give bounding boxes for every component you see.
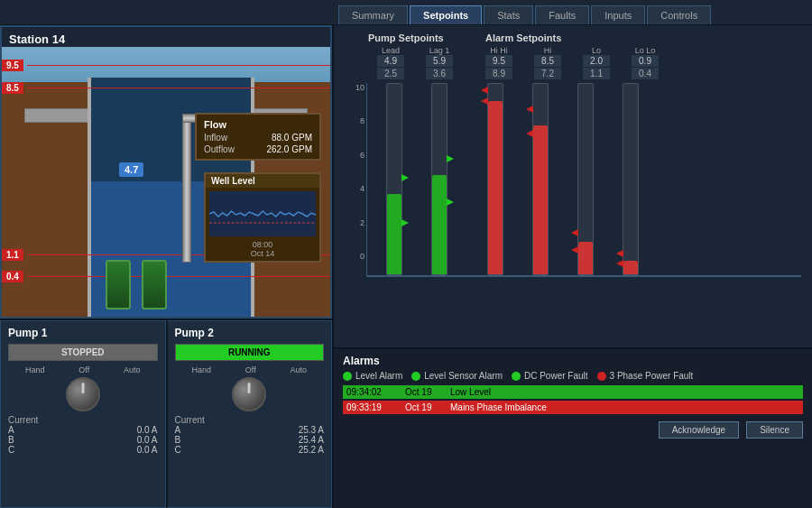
lolo-top-val: 0.9 — [632, 55, 659, 67]
tab-summary[interactable]: Summary — [338, 5, 408, 24]
level-0-4-label: 0.4 — [2, 271, 23, 282]
y-tick-6: 6 — [345, 151, 364, 160]
pump2-visual — [142, 260, 167, 309]
flow-title: Flow — [204, 119, 312, 130]
y-tick-0: 0 — [345, 252, 364, 261]
left-panel: Station 14 9.5 8.5 — [0, 25, 334, 508]
well-level-box: Well Level 08:00 Oct 14 — [204, 172, 321, 263]
alarm-section: Alarms Level Alarm Level Sensor Alarm DC… — [334, 347, 812, 508]
tab-controls[interactable]: Controls — [647, 5, 711, 24]
lolo-label: Lo Lo — [635, 46, 656, 55]
alarm-1-date: Oct 19 — [405, 402, 450, 412]
pump1-knob[interactable] — [66, 377, 100, 411]
pump2-title: Pump 2 — [175, 327, 325, 339]
hi-top-val: 8.5 — [534, 55, 561, 67]
hi-bar-track — [532, 83, 549, 275]
alarm-title: Alarms — [343, 355, 803, 367]
right-panel: Pump Setpoints Alarm Setpoints Lead 4.9 … — [334, 25, 812, 508]
hihi-bar-fill — [488, 101, 503, 274]
alarm-1-time: 09:33:19 — [346, 402, 405, 412]
lo-top-marker — [571, 229, 578, 236]
station-view: Station 14 9.5 8.5 — [0, 25, 332, 319]
top-nav: Summary Setpoints Stats Faults Inputs Co… — [0, 0, 812, 25]
lo-label: Lo — [592, 46, 601, 55]
legend-level-alarm: Level Alarm — [343, 371, 402, 381]
lolo-bot-val: 0.4 — [632, 68, 659, 79]
hi-bar-fill — [533, 125, 548, 274]
pump2-status: RUNNING — [175, 344, 325, 361]
alarm-0-msg: Low Level — [450, 387, 799, 397]
tab-setpoints[interactable]: Setpoints — [410, 5, 482, 24]
lead-bar-col — [376, 83, 412, 275]
sp-headers: Pump Setpoints Alarm Setpoints — [368, 32, 801, 43]
pump2-current-label: Current — [175, 415, 325, 425]
pump1-current-label: Current — [8, 415, 158, 425]
legend-level-alarm-dot — [343, 372, 352, 381]
alarm-setpoints-title: Alarm Setpoints — [485, 32, 561, 43]
hihi-top-marker — [481, 87, 488, 94]
tab-stats[interactable]: Stats — [484, 5, 533, 24]
hihi-bot-marker — [481, 97, 488, 105]
lo-bar-track — [577, 83, 594, 275]
legend-dc-fault: DC Power Fault — [512, 371, 588, 381]
lolo-bar-fill — [623, 261, 638, 274]
lag1-bot-val: 3.6 — [426, 68, 453, 79]
hihi-label: Hi Hi — [490, 46, 508, 55]
alarm-footer: Acknowledge Silence — [343, 421, 803, 439]
flow-info-box: Flow Inflow 88.0 GPM Outflow 262.0 GPM — [195, 113, 321, 161]
lead-label: Lead — [382, 46, 400, 55]
lo-bar-fill — [578, 242, 593, 274]
lag1-bar-col — [421, 83, 457, 275]
alarm-0-time: 09:34:02 — [346, 387, 405, 397]
alarm-1-msg: Mains Phase Imbalance — [450, 402, 799, 412]
lag1-bot-marker — [447, 199, 454, 206]
legend-sensor-dot — [411, 372, 420, 381]
lolo-bot-marker — [616, 260, 623, 267]
well-time: 08:00 — [206, 240, 319, 249]
y-axis: 0 2 4 6 8 10 — [345, 83, 364, 261]
hi-label: Hi — [544, 46, 552, 55]
tab-faults[interactable]: Faults — [535, 5, 589, 24]
pump1-controls: Hand Off Auto — [8, 365, 158, 374]
level-8-5-indicator: 8.5 — [2, 82, 330, 94]
y-tick-10: 10 — [345, 83, 364, 92]
hi-bar-col — [522, 83, 558, 275]
pump1-visual — [106, 260, 131, 309]
pump1-phase-a: A0.0 A — [8, 425, 158, 435]
lag1-bar-track — [431, 83, 448, 275]
legend-dc-dot — [512, 372, 521, 381]
hihi-bar-col — [477, 83, 513, 275]
acknowledge-button[interactable]: Acknowledge — [659, 421, 739, 439]
lead-top-marker — [401, 174, 409, 181]
pump2-phase-c: C25.2 A — [175, 445, 325, 455]
tab-inputs[interactable]: Inputs — [591, 5, 645, 24]
lo-bar-col — [567, 83, 604, 275]
app-container: Summary Setpoints Stats Faults Inputs Co… — [0, 0, 812, 508]
hi-bot-marker — [526, 130, 533, 137]
alarm-row-0: 09:34:02 Oct 19 Low Level — [343, 385, 803, 399]
pump2-phase-a: A25.3 A — [175, 425, 325, 435]
hihi-top-val: 9.5 — [485, 55, 512, 67]
level-9-5-indicator: 9.5 — [2, 60, 330, 71]
main-area: Station 14 9.5 8.5 — [0, 25, 812, 508]
pump2-knob[interactable] — [232, 377, 266, 411]
level-9-5-label: 9.5 — [2, 60, 23, 71]
well-date: Oct 14 — [206, 249, 319, 258]
hi-top-marker — [526, 106, 533, 113]
lo-bot-marker — [571, 246, 578, 254]
lead-top-val: 4.9 — [377, 55, 404, 67]
lag1-top-val: 5.9 — [426, 55, 453, 67]
chart-bars — [366, 83, 801, 277]
y-tick-4: 4 — [345, 184, 364, 193]
hi-bot-val: 7.2 — [534, 68, 561, 79]
well-chart — [209, 191, 316, 236]
silence-button[interactable]: Silence — [746, 421, 803, 439]
lolo-bar-track — [623, 83, 639, 275]
inflow-label: Inflow — [204, 133, 227, 143]
pump1-card: Pump 1 STOPPED Hand Off Auto Current A0.… — [0, 320, 166, 508]
sp-col-headers: Lead 4.9 2.5 Lag 1 5.9 3.6 Hi Hi 9.5 8 — [368, 46, 801, 79]
y-tick-8: 8 — [345, 116, 364, 125]
hihi-bar-track — [487, 83, 503, 275]
legend-sensor-alarm: Level Sensor Alarm — [411, 371, 503, 381]
pump1-phase-c: C0.0 A — [8, 445, 158, 455]
